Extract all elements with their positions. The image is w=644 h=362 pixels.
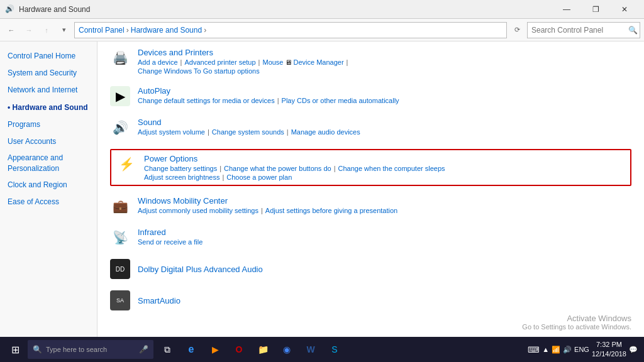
breadcrumb-controlpanel[interactable]: Control Panel — [79, 26, 125, 35]
mobility-center-links: Adjust commonly used mobility settings |… — [138, 207, 397, 214]
clock-date: 12/14/2018 — [592, 349, 626, 359]
sidebar-item-systemsecurity[interactable]: System and Security — [0, 65, 97, 82]
start-button[interactable]: ⊞ — [3, 337, 28, 362]
power-options-title[interactable]: Power Options — [144, 154, 445, 163]
presentation-settings-link[interactable]: Adjust settings before giving a presenta… — [265, 207, 397, 214]
change-power-buttons-link[interactable]: Change what the power buttons do — [224, 165, 331, 172]
word-icon[interactable]: W — [299, 337, 322, 362]
activate-line1: Activate Windows — [522, 314, 631, 323]
section-dolby: DD Dolby Digital Plus Advanced Audio — [110, 259, 631, 279]
infrared-icon: 📡 — [110, 228, 130, 248]
mic-icon[interactable]: 🎤 — [139, 345, 148, 354]
vlc-icon[interactable]: ▶ — [204, 337, 226, 362]
send-receive-link[interactable]: Send or receive a file — [138, 238, 203, 246]
infrared-title[interactable]: Infrared — [138, 228, 203, 237]
manage-audio-link[interactable]: Manage audio devices — [291, 128, 360, 136]
dolby-title[interactable]: Dolby Digital Plus Advanced Audio — [138, 265, 263, 274]
sound-links: Adjust system volume | Change system sou… — [138, 128, 360, 136]
tray-arrow[interactable]: ▲ — [542, 346, 549, 353]
volume-icon[interactable]: 🔊 — [563, 346, 572, 354]
window-icon: 🔊 — [5, 4, 15, 14]
devices-printers-title[interactable]: Devices and Printers — [138, 48, 349, 57]
adjust-mobility-link[interactable]: Adjust commonly used mobility settings — [138, 207, 258, 214]
up-button[interactable]: ↑ — [39, 23, 54, 38]
power-options-links-row2: Adjust screen brightness | Choose a powe… — [144, 173, 445, 181]
sidebar-item-easeofaccess[interactable]: Ease of Access — [0, 194, 97, 211]
search-icon[interactable]: 🔍 — [628, 26, 638, 35]
power-options-icon: ⚡ — [116, 154, 136, 174]
change-sleep-link[interactable]: Change when the computer sleeps — [338, 165, 445, 172]
minimize-button[interactable]: — — [552, 0, 581, 19]
mouse-link[interactable]: Mouse — [262, 58, 283, 66]
section-infrared: 📡 Infrared Send or receive a file — [110, 228, 631, 248]
device-manager-link[interactable]: Device Manager — [294, 58, 344, 66]
infrared-links: Send or receive a file — [138, 238, 203, 246]
notification-icon[interactable]: 💬 — [629, 346, 638, 354]
add-device-link[interactable]: Add a device — [138, 58, 178, 66]
taskbar-search[interactable]: 🔍 Type here to search 🎤 — [28, 340, 153, 359]
recent-pages-button[interactable]: ▾ — [57, 23, 72, 38]
search-icon: 🔍 — [33, 345, 42, 354]
devices-printers-icon: 🖨️ — [110, 48, 130, 68]
close-button[interactable]: ✕ — [610, 0, 639, 19]
taskbar-right: ⌨ ▲ 📶 🔊 ENG 7:32 PM 12/14/2018 💬 — [528, 340, 641, 359]
search-input[interactable] — [531, 26, 626, 35]
back-button[interactable]: ← — [4, 23, 19, 38]
section-sound: 🔊 Sound Adjust system volume | Change sy… — [110, 118, 631, 138]
refresh-button[interactable]: ⟳ — [509, 23, 525, 38]
activate-windows-msg: Activate Windows Go to Settings to activ… — [522, 314, 631, 331]
adjust-brightness-link[interactable]: Adjust screen brightness — [144, 173, 219, 181]
sidebar-item-programs[interactable]: Programs — [0, 116, 97, 133]
device-manager-icon: 🖥 — [285, 58, 292, 66]
autoplay-icon: ▶ — [110, 86, 130, 106]
section-devices-printers: 🖨️ Devices and Printers Add a device | A… — [110, 48, 631, 75]
adjust-volume-link[interactable]: Adjust system volume — [138, 128, 205, 136]
edge-icon[interactable]: e — [180, 337, 203, 362]
sidebar-item-appearance[interactable]: Appearance and Personalization — [0, 150, 97, 177]
change-default-settings-link[interactable]: Change default settings for media or dev… — [138, 97, 275, 104]
search-box[interactable]: 🔍 — [527, 22, 640, 38]
sidebar-item-networkinternet[interactable]: Network and Internet — [0, 82, 97, 99]
devices-printers-sublinks: Change Windows To Go startup options — [138, 67, 349, 75]
change-sounds-link[interactable]: Change system sounds — [212, 128, 284, 136]
task-view-button[interactable]: ⧉ — [156, 337, 179, 362]
activate-line2: Go to Settings to activate Windows. — [522, 323, 631, 331]
breadcrumb[interactable]: Control Panel › Hardware and Sound › — [74, 22, 507, 38]
mobility-center-icon: 💼 — [110, 196, 130, 216]
windows-to-go-link[interactable]: Change Windows To Go startup options — [138, 67, 260, 75]
section-smartaudio: SA SmartAudio — [110, 290, 631, 310]
folder-icon[interactable]: 📁 — [252, 337, 274, 362]
sidebar: Control Panel Home System and Security N… — [0, 41, 97, 337]
sidebar-item-useraccounts[interactable]: User Accounts — [0, 133, 97, 150]
breadcrumb-hardwaresound[interactable]: Hardware and Sound — [131, 26, 202, 35]
opera-icon[interactable]: O — [228, 337, 250, 362]
sidebar-item-controlpanel[interactable]: Control Panel Home — [0, 48, 97, 65]
main-layout: Control Panel Home System and Security N… — [0, 41, 644, 337]
autoplay-links: Change default settings for media or dev… — [138, 97, 399, 104]
mobility-center-title[interactable]: Windows Mobility Center — [138, 196, 397, 206]
taskbar-clock[interactable]: 7:32 PM 12/14/2018 — [592, 340, 626, 359]
language-label[interactable]: ENG — [574, 346, 589, 353]
maximize-button[interactable]: ❐ — [581, 0, 610, 19]
breadcrumb-separator: › — [126, 26, 129, 35]
choose-power-plan-link[interactable]: Choose a power plan — [226, 173, 292, 181]
section-autoplay: ▶ AutoPlay Change default settings for m… — [110, 86, 631, 106]
smartaudio-title[interactable]: SmartAudio — [138, 296, 180, 305]
window-controls: — ❐ ✕ — [552, 0, 639, 19]
advanced-printer-link[interactable]: Advanced printer setup — [184, 58, 255, 66]
forward-button[interactable]: → — [21, 23, 36, 38]
chrome-icon[interactable]: ◉ — [275, 337, 298, 362]
section-power-options: ⚡ Power Options Change battery settings … — [110, 149, 631, 186]
network-icon: 📶 — [552, 346, 560, 354]
sidebar-item-hardwaresound[interactable]: Hardware and Sound — [0, 99, 97, 116]
skype-icon[interactable]: S — [323, 337, 346, 362]
sidebar-item-clockregion[interactable]: Clock and Region — [0, 177, 97, 194]
content-area: 🖨️ Devices and Printers Add a device | A… — [97, 41, 644, 337]
change-battery-link[interactable]: Change battery settings — [144, 165, 217, 172]
clock-time: 7:32 PM — [592, 340, 626, 349]
play-cds-link[interactable]: Play CDs or other media automatically — [282, 97, 399, 104]
taskbar: ⊞ 🔍 Type here to search 🎤 ⧉ e ▶ O 📁 ◉ W … — [0, 337, 644, 362]
power-options-links-row1: Change battery settings | Change what th… — [144, 165, 445, 172]
sound-title[interactable]: Sound — [138, 118, 360, 127]
autoplay-title[interactable]: AutoPlay — [138, 86, 399, 96]
